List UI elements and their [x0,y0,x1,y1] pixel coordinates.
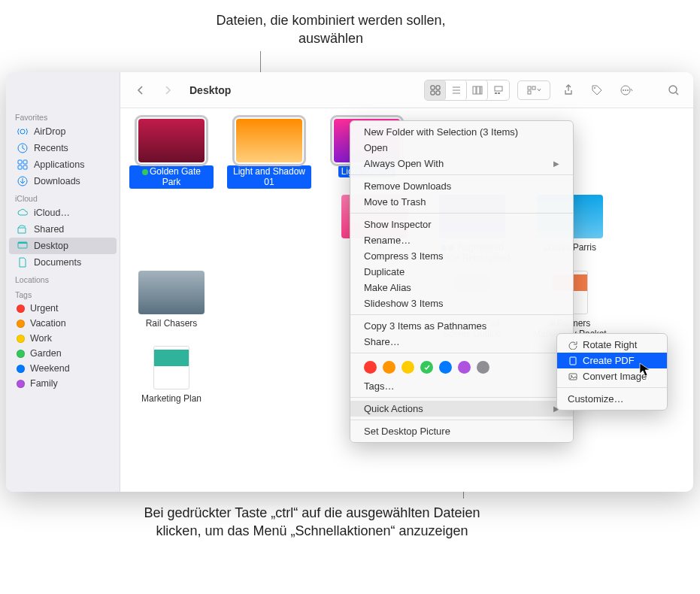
svg-rect-1 [436,86,440,89]
list-view-button[interactable] [446,80,467,100]
menu-item-label: Quick Actions [364,403,423,414]
sidebar-item-label: Recents [34,143,68,153]
context-menu-item[interactable]: Quick Actions▶ [350,401,573,417]
context-menu-item[interactable]: Duplicate [350,264,573,280]
tag-color-swatch[interactable] [420,361,433,374]
apps-icon [17,159,29,171]
context-menu-item[interactable]: Remove Downloads [350,178,573,194]
tag-color-swatch[interactable] [383,361,395,374]
menu-separator [350,353,573,353]
svg-rect-10 [495,86,502,91]
tag-dot-icon [17,305,25,313]
share-button[interactable] [558,80,579,100]
svg-rect-32 [570,357,576,365]
svg-rect-9 [480,86,482,94]
menu-item-label: Set Desktop Picture [364,426,450,437]
context-menu-item[interactable]: Open [350,140,573,156]
sidebar-tag-garden[interactable]: Garden [9,346,117,361]
file-name: Golden Gate Park [129,165,214,189]
sidebar-item-label: Urgent [30,303,59,314]
sidebar-tag-vacation[interactable]: Vacation [9,316,117,331]
menu-item-label: Make Alias [364,282,411,293]
svg-point-18 [623,89,624,91]
svg-rect-31 [18,242,27,244]
svg-rect-26 [23,160,27,164]
menu-item-label: Convert Image [583,371,647,382]
svg-rect-12 [498,92,500,94]
group-by-button[interactable] [517,80,550,100]
context-menu-item[interactable]: Make Alias [350,280,573,295]
context-menu-item[interactable]: Always Open With▶ [350,156,573,171]
sidebar-tag-family[interactable]: Family [9,376,117,391]
svg-rect-3 [436,91,440,95]
toolbar: Desktop [120,72,693,108]
file-item[interactable]: Golden Gate Park [129,119,214,189]
back-button[interactable] [129,80,150,100]
menu-item-label: Slideshow 3 Items [364,298,444,309]
svg-rect-27 [18,165,22,169]
context-menu-item[interactable]: Copy 3 Items as Pathnames [350,318,573,334]
search-button[interactable] [663,80,684,100]
svg-rect-0 [431,86,435,89]
menu-item-label: Remove Downloads [364,180,451,192]
submenu-item[interactable]: Rotate Right [557,337,667,353]
gallery-view-button[interactable] [488,80,509,100]
tag-color-swatch[interactable] [458,361,471,374]
context-menu-item[interactable]: Rename… [350,232,573,248]
menu-item-label: Show Inspector [364,219,432,230]
sidebar-item-documents[interactable]: Documents [9,254,117,271]
file-name: Rail Chasers [143,317,201,329]
context-menu-item[interactable]: Move to Trash [350,194,573,210]
forward-button[interactable] [158,80,179,100]
menu-item-label: Always Open With [364,158,444,169]
context-menu-item[interactable]: Compress 3 Items [350,248,573,264]
menu-separator [350,314,573,315]
tag-dot-icon [17,350,25,358]
sidebar-item-applications[interactable]: Applications [9,156,117,173]
column-view-button[interactable] [467,80,488,100]
context-menu-item[interactable]: Set Desktop Picture [350,423,573,439]
more-button[interactable] [615,80,636,100]
context-menu-item[interactable]: Show Inspector [350,217,573,232]
sidebar-item-downloads[interactable]: Downloads [9,173,117,189]
sidebar-item-shared[interactable]: Shared [9,221,117,238]
sidebar-tag-weekend[interactable]: Weekend [9,361,117,376]
file-item[interactable]: Marketing Plan [129,346,214,405]
sidebar-item-recents[interactable]: Recents [9,140,117,156]
tag-color-swatch[interactable] [477,361,489,374]
file-item[interactable]: Rail Chasers [129,271,214,341]
menu-separator [350,213,573,214]
svg-line-22 [676,92,678,95]
tag-dot-icon [17,320,25,328]
file-item[interactable]: Light and Shadow 01 [227,119,311,189]
submenu-item[interactable]: Customize… [557,391,667,407]
context-menu-item[interactable]: New Folder with Selection (3 Items) [350,124,573,140]
context-menu-item[interactable]: Slideshow 3 Items [350,295,573,311]
image-icon [568,371,578,382]
callout-top: Dateien, die kombiniert werden sollen, a… [188,11,474,48]
svg-point-16 [594,87,595,89]
sidebar-item-icloud-[interactable]: iCloud… [9,205,117,221]
tags-button[interactable] [586,80,608,100]
tag-color-swatch[interactable] [439,361,452,374]
context-menu: New Folder with Selection (3 Items)OpenA… [350,120,574,443]
sidebar-tag-urgent[interactable]: Urgent [9,301,117,316]
sidebar-item-label: Shared [34,224,64,235]
tag-color-swatch[interactable] [364,361,377,374]
file-name: Light and Shadow 01 [227,165,311,189]
menu-item-label: Duplicate [364,266,405,277]
tag-color-swatch[interactable] [402,361,414,374]
context-menu-item[interactable]: Tags… [350,378,573,394]
context-tag-row [350,356,573,378]
sidebar-tag-work[interactable]: Work [9,331,117,346]
tag-dot-icon [17,365,25,373]
tag-dot-icon [17,335,25,343]
sidebar-item-label: Garden [30,348,62,359]
icon-view-button[interactable] [425,80,446,100]
context-menu-item[interactable]: Share… [350,334,573,350]
sidebar-item-label: Applications [34,159,84,170]
sidebar-item-airdrop[interactable]: AirDrop [9,123,117,140]
sidebar-item-desktop[interactable]: Desktop [9,238,117,254]
titlebar-traffic-area [6,72,120,108]
menu-item-label: Copy 3 Items as Pathnames [364,320,486,332]
